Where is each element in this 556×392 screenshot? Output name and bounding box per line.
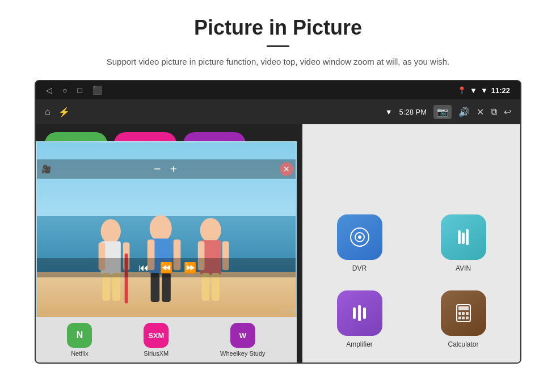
toolbar-right: ▼ 5:28 PM 📷 🔊 ✕ ⧉ ↩: [385, 105, 511, 119]
main-content: 🎥 − + ✕ ⏮ ⏪ ⏩: [36, 124, 520, 363]
dvr-icon-svg: [348, 226, 371, 248]
netflix-bottom-icon: N: [67, 323, 92, 348]
calculator-app-icon: [441, 290, 486, 336]
recent-nav-icon[interactable]: □: [77, 86, 82, 95]
page-wrapper: Picture in Picture Support video picture…: [0, 0, 556, 364]
svg-rect-34: [462, 317, 465, 319]
svg-rect-23: [462, 233, 465, 244]
back-nav-icon[interactable]: ◁: [46, 86, 52, 95]
pip-controls-center: − +: [154, 162, 177, 176]
dvr-app-label: DVR: [352, 264, 367, 272]
svg-rect-32: [466, 312, 469, 315]
status-time: 11:22: [491, 86, 510, 95]
volume-toolbar-icon[interactable]: 🔊: [458, 107, 470, 117]
svg-point-0: [101, 219, 121, 243]
title-divider: [267, 45, 289, 47]
rewind-btn[interactable]: ⏮: [138, 262, 149, 274]
wifi-toolbar-icon: ▼: [385, 108, 393, 116]
grid-spacer-1: [337, 156, 382, 179]
home-nav-icon[interactable]: ○: [62, 86, 67, 95]
camera-toolbar-button[interactable]: 📷: [433, 105, 452, 119]
pip-toolbar-icon[interactable]: ⧉: [491, 107, 497, 117]
pip-cam-icon: 🎥: [41, 165, 51, 174]
toolbar-time: 5:28 PM: [399, 108, 427, 116]
amplifier-app-item[interactable]: Amplifier: [337, 290, 382, 348]
amplifier-icon-svg: [348, 302, 371, 324]
wheelkey-bottom-icon: W: [230, 323, 255, 348]
apps-grid-section: DVR AVIN: [302, 124, 520, 363]
netflix-bottom-label: Netflix: [71, 350, 89, 357]
siriusxm-bottom-item[interactable]: SXM SiriusXM: [144, 323, 169, 357]
svg-rect-33: [458, 317, 461, 319]
pip-top-bar: 🎥 − + ✕: [37, 159, 297, 179]
avin-app-label: AVIN: [456, 264, 471, 272]
page-subtitle: Support video picture in picture functio…: [23, 55, 533, 69]
people-svg: [37, 198, 296, 309]
status-bar-right: 📍 ▼ ▼ 11:22: [457, 86, 510, 95]
pip-plus-btn[interactable]: +: [170, 162, 178, 176]
pip-video-window[interactable]: 🎥 − + ✕ ⏮ ⏪ ⏩: [36, 141, 297, 328]
home-toolbar-icon[interactable]: ⌂: [45, 107, 50, 117]
siriusxm-bottom-label: SiriusXM: [144, 350, 169, 357]
amplifier-app-label: Amplifier: [346, 340, 373, 348]
app-toolbar: ⌂ ⚡ ▼ 5:28 PM 📷 🔊 ✕ ⧉ ↩: [36, 99, 520, 124]
avin-app-item[interactable]: AVIN: [441, 214, 486, 272]
svg-rect-35: [466, 317, 469, 319]
svg-point-21: [358, 235, 361, 239]
pip-bottom-bar: ⏮ ⏪ ⏩: [37, 258, 297, 277]
bottom-apps-row: N Netflix SXM SiriusXM W Wheelkey Study: [36, 317, 297, 363]
prev-btn[interactable]: ⏪: [160, 262, 172, 274]
dvr-app-icon: [337, 214, 382, 260]
device-frame: ◁ ○ □ ⬛ 📍 ▼ ▼ 11:22 ⌂ ⚡ ▼ 5:28 PM 📷: [35, 80, 521, 364]
wifi-status-icon: ▼: [470, 86, 477, 95]
svg-point-6: [150, 215, 172, 242]
svg-rect-31: [462, 312, 465, 315]
video-section: 🎥 − + ✕ ⏮ ⏪ ⏩: [36, 124, 302, 363]
netflix-bottom-item[interactable]: N Netflix: [67, 323, 92, 357]
usb-toolbar-icon: ⚡: [58, 107, 70, 117]
calculator-icon-svg: [452, 302, 475, 324]
svg-point-12: [200, 218, 221, 242]
grid-spacer-2: [441, 156, 486, 179]
screenshot-nav-icon[interactable]: ⬛: [92, 86, 102, 95]
status-bar: ◁ ○ □ ⬛ 📍 ▼ ▼ 11:22: [36, 81, 520, 99]
wheelkey-bottom-label: Wheelkey Study: [220, 350, 265, 357]
dvr-app-item[interactable]: DVR: [337, 214, 382, 272]
close-toolbar-icon[interactable]: ✕: [477, 107, 484, 117]
svg-rect-25: [353, 307, 356, 319]
svg-rect-29: [458, 306, 469, 310]
next-btn[interactable]: ⏩: [184, 262, 196, 274]
svg-rect-27: [363, 307, 366, 319]
page-title: Picture in Picture: [23, 16, 533, 40]
svg-rect-26: [358, 305, 361, 321]
pip-close-btn[interactable]: ✕: [280, 162, 293, 176]
siriusxm-bottom-icon: SXM: [144, 323, 169, 348]
pip-minus-btn[interactable]: −: [154, 162, 161, 176]
svg-rect-30: [458, 312, 461, 315]
amplifier-app-icon: [337, 290, 382, 336]
watermark: VCZ99: [279, 308, 297, 314]
calculator-app-label: Calculator: [448, 340, 478, 348]
status-bar-left: ◁ ○ □ ⬛: [46, 86, 102, 95]
back-toolbar-icon[interactable]: ↩: [504, 107, 511, 117]
calculator-app-item[interactable]: Calculator: [441, 290, 486, 348]
avin-app-icon: [441, 214, 486, 260]
svg-rect-24: [466, 229, 469, 245]
avin-icon-svg: [452, 226, 475, 248]
toolbar-left: ⌂ ⚡: [45, 107, 70, 117]
signal-status-icon: ▼: [481, 86, 488, 95]
wheelkey-bottom-item[interactable]: W Wheelkey Study: [220, 323, 265, 357]
location-icon: 📍: [457, 86, 466, 95]
svg-rect-22: [458, 230, 461, 244]
